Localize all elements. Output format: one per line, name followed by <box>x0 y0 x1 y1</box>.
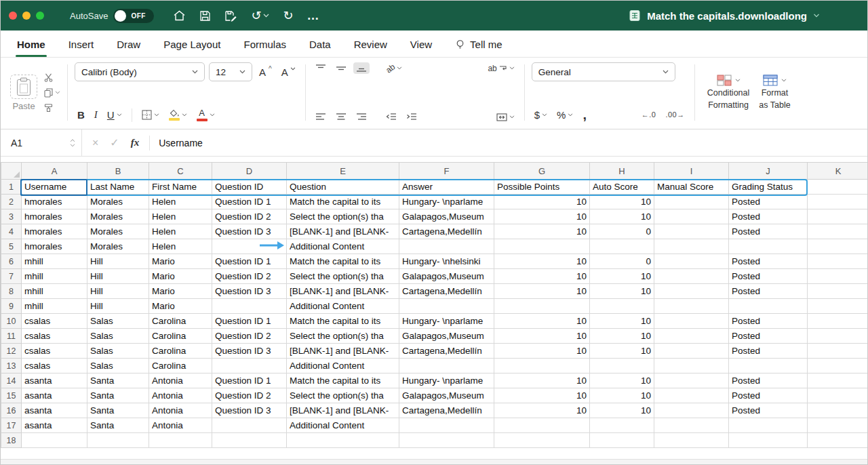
tab-formulas[interactable]: Formulas <box>243 39 286 57</box>
cell[interactable] <box>654 195 729 209</box>
cell[interactable]: Helen <box>149 239 212 254</box>
cell[interactable]: Question ID 2 <box>212 269 287 284</box>
row-header[interactable]: 7 <box>1 269 22 284</box>
cell[interactable] <box>654 344 729 359</box>
cell[interactable]: 10 <box>590 344 654 359</box>
column-header[interactable]: K <box>808 163 868 180</box>
cell[interactable] <box>212 299 287 314</box>
comma-format-button[interactable]: , <box>580 106 589 123</box>
increase-indent-button[interactable] <box>403 111 420 123</box>
more-commands-button[interactable]: … <box>307 9 319 22</box>
cell[interactable]: Question ID 1 <box>212 373 287 388</box>
row-header[interactable]: 11 <box>1 329 22 344</box>
percent-format-button[interactable]: % <box>554 108 576 121</box>
cell[interactable]: Antonia <box>149 373 212 388</box>
cell[interactable]: Santa <box>87 388 149 403</box>
cell[interactable] <box>808 344 868 359</box>
column-header[interactable]: G <box>494 163 590 180</box>
decrease-font-size-button[interactable]: A <box>279 66 298 79</box>
cell[interactable]: Galapagos,Museum <box>399 209 494 224</box>
cell[interactable]: hmorales <box>22 224 87 239</box>
align-bottom-button[interactable] <box>353 62 370 74</box>
row-header[interactable]: 18 <box>1 433 22 448</box>
cell[interactable] <box>808 195 868 209</box>
column-header[interactable]: E <box>287 163 399 180</box>
cell[interactable]: Posted <box>729 224 808 239</box>
cell[interactable] <box>287 433 399 448</box>
cell[interactable]: Cartagena,Medellín <box>399 224 494 239</box>
cell[interactable]: Auto Score <box>590 180 654 195</box>
cell[interactable]: mhill <box>22 284 87 299</box>
cell[interactable]: Question ID <box>212 180 287 195</box>
tab-home[interactable]: Home <box>17 39 45 57</box>
row-header[interactable]: 8 <box>1 284 22 299</box>
confirm-entry-button[interactable]: ✓ <box>110 136 119 149</box>
cell[interactable]: asanta <box>22 418 87 433</box>
cell[interactable] <box>399 359 494 373</box>
cell[interactable]: Cartagena,Medellín <box>399 344 494 359</box>
copy-button[interactable] <box>44 88 60 98</box>
blue-arrow-shape[interactable] <box>212 239 287 254</box>
cell[interactable]: Carolina <box>149 359 212 373</box>
cell[interactable] <box>22 433 87 448</box>
cell[interactable]: Posted <box>729 254 808 269</box>
align-left-button[interactable] <box>313 111 329 123</box>
cell[interactable]: Mario <box>149 299 212 314</box>
cell[interactable]: Hungary- \nparlame <box>399 314 494 329</box>
cell[interactable]: First Name <box>149 180 212 195</box>
column-header[interactable]: D <box>212 163 287 180</box>
tab-review[interactable]: Review <box>354 39 387 57</box>
cell[interactable] <box>590 359 654 373</box>
cell[interactable]: [BLANK-1] and [BLANK- <box>287 344 399 359</box>
cell[interactable]: Helen <box>149 224 212 239</box>
cell[interactable] <box>729 418 808 433</box>
cell[interactable]: 10 <box>494 329 590 344</box>
cell[interactable]: csalas <box>22 359 87 373</box>
wrap-text-button[interactable]: ab <box>485 63 517 74</box>
orientation-button[interactable]: ab <box>383 63 405 74</box>
cell[interactable]: csalas <box>22 329 87 344</box>
cell[interactable]: Mario <box>149 284 212 299</box>
cell[interactable]: 0 <box>590 254 654 269</box>
cell[interactable]: 10 <box>494 314 590 329</box>
cell[interactable]: Match the capital to its <box>287 373 399 388</box>
tab-page-layout[interactable]: Page Layout <box>163 39 220 57</box>
conditional-formatting-button[interactable]: Conditional Formatting <box>707 75 750 110</box>
cell[interactable]: Helen <box>149 209 212 224</box>
cell[interactable]: Additional Content <box>287 418 399 433</box>
cell[interactable] <box>808 373 868 388</box>
cell[interactable]: Match the capital to its <box>287 314 399 329</box>
name-box-stepper[interactable] <box>70 139 75 147</box>
cell[interactable]: Mario <box>149 254 212 269</box>
cell[interactable]: Helen <box>149 195 212 209</box>
cell[interactable] <box>808 284 868 299</box>
column-header[interactable]: H <box>590 163 654 180</box>
format-painter-button[interactable] <box>44 104 60 113</box>
cell[interactable] <box>494 418 590 433</box>
bold-button[interactable]: B <box>75 108 87 121</box>
fill-color-button[interactable] <box>166 108 190 122</box>
cell[interactable] <box>729 239 808 254</box>
cell[interactable]: Match the capital to its <box>287 254 399 269</box>
cell[interactable] <box>808 254 868 269</box>
row-header[interactable]: 17 <box>1 418 22 433</box>
row-header[interactable]: 15 <box>1 388 22 403</box>
autosave-toggle[interactable]: OFF <box>113 9 154 23</box>
number-format-select[interactable]: General <box>532 62 675 81</box>
decrease-decimal-button[interactable]: .00→ <box>663 110 687 120</box>
column-header[interactable]: C <box>149 163 212 180</box>
row-header[interactable]: 14 <box>1 373 22 388</box>
cell[interactable]: Last Name <box>87 180 149 195</box>
save-button[interactable] <box>199 10 211 22</box>
cell[interactable]: Question ID 2 <box>212 209 287 224</box>
cell[interactable]: Question <box>287 180 399 195</box>
cell[interactable]: 10 <box>590 373 654 388</box>
cell[interactable]: Santa <box>87 418 149 433</box>
tab-insert[interactable]: Insert <box>68 39 94 57</box>
cell[interactable]: Posted <box>729 209 808 224</box>
cell[interactable]: Match the capital to its <box>287 195 399 209</box>
cell[interactable]: Posted <box>729 195 808 209</box>
cell[interactable]: [BLANK-1] and [BLANK- <box>287 284 399 299</box>
cell[interactable]: 10 <box>590 388 654 403</box>
cell[interactable] <box>808 359 868 373</box>
